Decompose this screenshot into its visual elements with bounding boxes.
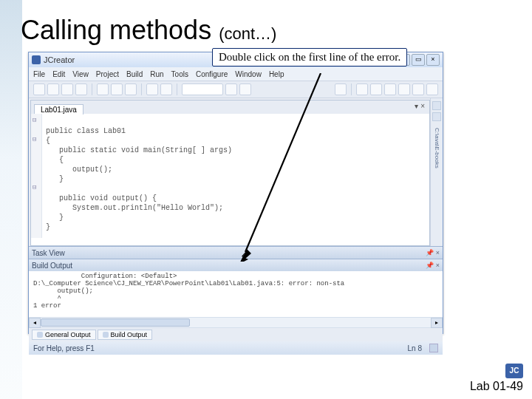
config-dropdown[interactable] — [182, 83, 223, 95]
build-icon[interactable] — [225, 83, 237, 95]
slide-content: Calling methods (cont…) Double click on … — [0, 0, 532, 399]
file-tab[interactable]: Lab01.java — [34, 104, 83, 115]
h-scrollbar[interactable]: ◂ ▸ — [29, 317, 443, 327]
task-view-label: Task View — [32, 249, 65, 257]
scroll-right-icon[interactable]: ▸ — [431, 318, 443, 328]
build-output-panel: Build Output 📌× Configuration: <Default>… — [29, 259, 443, 327]
tb-icon[interactable] — [398, 83, 410, 95]
tb-icon[interactable] — [356, 83, 368, 95]
build-output-label: Build Output — [32, 262, 72, 270]
side-button[interactable] — [432, 101, 441, 110]
task-view-panel: Task View 📌× — [29, 246, 443, 259]
save-icon[interactable] — [61, 83, 73, 95]
scroll-left-icon[interactable]: ◂ — [29, 318, 41, 328]
callout-box: Double click on the first line of the er… — [212, 48, 407, 66]
menu-tools[interactable]: Tools — [171, 70, 188, 78]
code-line: { — [46, 156, 64, 164]
code-line: public static void main(String[ ] args) — [46, 146, 232, 154]
sep — [177, 83, 177, 95]
bottom-tabstrip: General Output Build Output — [29, 327, 443, 341]
sep — [351, 83, 352, 95]
tab-general-output[interactable]: General Output — [32, 330, 96, 340]
tb-icon[interactable] — [412, 83, 424, 95]
open-icon[interactable] — [47, 83, 59, 95]
menu-build[interactable]: Build — [126, 70, 143, 78]
tab-controls: ▾ × — [415, 102, 425, 110]
tb-icon[interactable] — [384, 83, 396, 95]
title-cont: (cont…) — [219, 24, 276, 43]
panel-close-icon[interactable]: × — [436, 249, 440, 256]
maximize-button[interactable]: ▭ — [412, 54, 425, 66]
tab-icon — [37, 332, 43, 338]
code-line: } — [46, 223, 50, 231]
footer-text: Lab 01-49 — [470, 380, 523, 392]
status-bar: For Help, press F1 Ln 8 — [29, 341, 443, 355]
code-area[interactable]: ⊟ ⊟ ⊟ public class Lab01 { public static… — [31, 114, 429, 238]
tab-close-icon[interactable]: × — [420, 102, 425, 110]
tab-menu-icon[interactable]: ▾ — [415, 102, 418, 110]
title-main: Calling methods — [21, 15, 211, 45]
undo-icon[interactable] — [146, 83, 158, 95]
tb-icon[interactable] — [370, 83, 382, 95]
task-view-header[interactable]: Task View 📌× — [29, 247, 443, 259]
close-button[interactable]: × — [426, 54, 440, 66]
menu-help[interactable]: Help — [269, 70, 284, 78]
build-output-body[interactable]: Configuration: <Default> D:\_Computer Sc… — [29, 271, 443, 317]
toolbar — [29, 81, 443, 98]
code-line: } — [46, 214, 64, 222]
slide-footer: JC Lab 01-49 — [470, 363, 523, 393]
code-line: public class Lab01 — [46, 127, 126, 135]
saveall-icon[interactable] — [75, 83, 87, 95]
menu-edit[interactable]: Edit — [52, 70, 65, 78]
new-icon[interactable] — [33, 83, 45, 95]
redo-icon[interactable] — [160, 83, 172, 95]
tb-icon[interactable] — [426, 83, 438, 95]
app-icon — [32, 55, 41, 64]
panel-close-icon[interactable]: × — [436, 262, 440, 269]
menu-bar: File Edit View Project Build Run Tools C… — [29, 67, 443, 81]
code-line: public void output() { — [46, 194, 157, 202]
jc-logo: JC — [505, 364, 523, 378]
build-output-header[interactable]: Build Output 📌× — [29, 259, 443, 271]
pin-icon[interactable]: 📌 — [426, 249, 434, 256]
sep — [92, 83, 92, 95]
menu-window[interactable]: Window — [235, 70, 262, 78]
page-title: Calling methods (cont…) — [21, 15, 511, 46]
status-icon — [429, 344, 438, 352]
find-icon[interactable] — [335, 83, 347, 95]
pin-icon[interactable]: 📌 — [426, 262, 434, 269]
paste-icon[interactable] — [125, 83, 137, 95]
run-icon[interactable] — [239, 83, 251, 95]
fold-icon[interactable]: ⊟ — [33, 135, 36, 145]
app-title: JCreator — [44, 55, 75, 64]
side-panel: C:\ava\E-books — [430, 98, 443, 246]
tab-icon — [103, 332, 109, 338]
tab-build-output[interactable]: Build Output — [98, 330, 153, 340]
scroll-thumb[interactable] — [41, 318, 190, 327]
menu-view[interactable]: View — [72, 70, 89, 78]
tab-label: General Output — [45, 331, 91, 338]
fold-icon[interactable]: ⊟ — [33, 116, 36, 126]
tab-label: Build Output — [111, 331, 148, 338]
workspace: Lab01.java ▾ × ⊟ ⊟ ⊟ public class Lab01 … — [29, 98, 443, 246]
code-line: { — [46, 137, 50, 145]
menu-configure[interactable]: Configure — [196, 70, 228, 78]
code-line: System.out.println("Hello World"); — [46, 204, 223, 212]
cut-icon[interactable] — [97, 83, 109, 95]
menu-project[interactable]: Project — [96, 70, 119, 78]
code-line: } — [46, 175, 64, 183]
sep — [141, 83, 142, 95]
copy-icon[interactable] — [111, 83, 123, 95]
side-label: C:\ava\E-books — [434, 128, 440, 168]
screenshot-window: Double click on the first line of the er… — [28, 52, 443, 334]
fold-icon[interactable]: ⊟ — [33, 183, 36, 193]
code-editor[interactable]: Lab01.java ▾ × ⊟ ⊟ ⊟ public class Lab01 … — [30, 100, 430, 246]
code-line: output(); — [46, 166, 112, 174]
menu-file[interactable]: File — [33, 70, 45, 78]
status-line: Ln 8 — [408, 344, 422, 352]
editor-tabstrip: Lab01.java ▾ × — [31, 100, 429, 114]
menu-run[interactable]: Run — [150, 70, 163, 78]
gutter: ⊟ ⊟ ⊟ — [31, 114, 42, 238]
side-button[interactable] — [432, 112, 441, 121]
status-help: For Help, press F1 — [33, 344, 95, 352]
